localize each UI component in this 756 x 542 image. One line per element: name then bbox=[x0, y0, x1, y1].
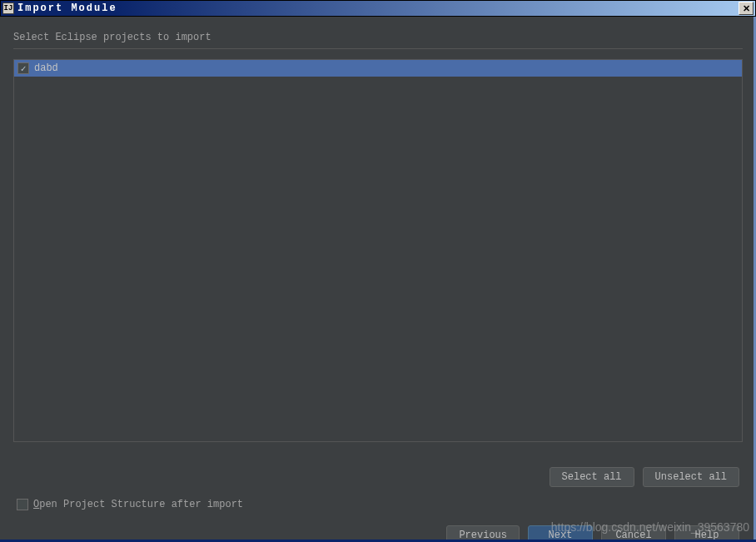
divider bbox=[13, 48, 743, 49]
option-row: Open Project Structure after import bbox=[13, 499, 743, 510]
app-icon: IJ bbox=[2, 2, 14, 14]
title-bar: IJ Import Module ✕ bbox=[0, 0, 756, 17]
select-all-button[interactable]: Select all bbox=[550, 467, 634, 487]
project-item[interactable]: dabd bbox=[14, 60, 742, 77]
unselect-all-button[interactable]: Unselect all bbox=[643, 467, 739, 487]
open-structure-checkbox[interactable] bbox=[17, 499, 28, 510]
project-checkbox[interactable] bbox=[17, 62, 29, 74]
content-area: Select Eclipse projects to import dabd S… bbox=[0, 17, 756, 542]
window-title: Import Module bbox=[17, 2, 739, 14]
open-structure-label: Open Project Structure after import bbox=[33, 499, 243, 510]
project-name: dabd bbox=[34, 62, 58, 74]
instruction-text: Select Eclipse projects to import bbox=[13, 32, 743, 43]
close-button[interactable]: ✕ bbox=[739, 2, 754, 15]
select-buttons-row: Select all Unselect all bbox=[13, 467, 743, 487]
project-list[interactable]: dabd bbox=[13, 59, 743, 442]
